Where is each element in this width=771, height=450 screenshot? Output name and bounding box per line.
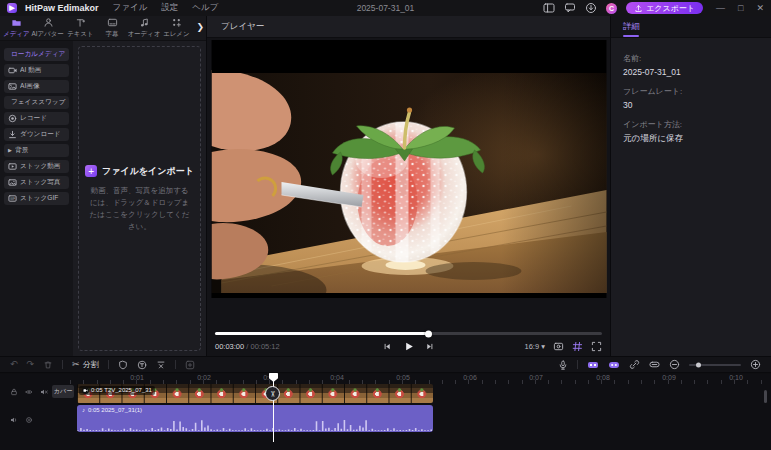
ai-image-icon [8, 82, 17, 91]
tab-audio[interactable]: オーディオ [128, 17, 160, 39]
field-import-method-label: インポート方法: [623, 119, 759, 130]
aspect-ratio-selector[interactable]: 16:9 ▾ [525, 342, 545, 351]
lock-track-icon[interactable] [10, 388, 18, 396]
text-icon [75, 17, 86, 28]
edimakor-window: ▶ HitPaw Edimakor ファイル 設定 ヘルプ 2025-07-31… [0, 0, 771, 450]
timeline-area: 0:01 0:02 0:03 0:04 0:05 0:06 0:07 0:08 … [0, 374, 771, 450]
sidebar-item-stock-video[interactable]: ストック動画 [4, 160, 69, 174]
add-track-button[interactable] [185, 360, 195, 370]
close-button[interactable]: ✕ [756, 3, 764, 13]
ruler-label: 0:01 [130, 374, 144, 381]
sidebar-item-ai-video[interactable]: AI 動画 [4, 64, 69, 78]
auto-ripple-toggle[interactable] [587, 359, 599, 371]
import-dropzone[interactable]: + ファイルをインポート 動画、音声、写真を追加するには、ドラッグ＆ドロップまた… [78, 46, 201, 351]
voiceover-mic-button[interactable] [558, 360, 568, 370]
ruler-label: 0:10 [729, 374, 743, 381]
details-tabbar: 詳細 [611, 16, 771, 38]
maximize-button[interactable]: □ [738, 3, 743, 13]
tab-media[interactable]: メディア [0, 17, 32, 39]
sidebar-item-ai-image[interactable]: AI画像 [4, 80, 69, 94]
export-button[interactable]: エクスポート [626, 2, 703, 14]
menu-settings[interactable]: 設定 [161, 2, 178, 14]
user-avatar[interactable]: C [606, 3, 617, 14]
media-folder-icon [11, 17, 22, 28]
split-button[interactable]: ✂分割 [72, 360, 99, 369]
update-download-icon[interactable] [585, 2, 597, 14]
tab-text[interactable]: テキスト [64, 17, 96, 39]
fit-timeline-button[interactable] [649, 359, 660, 370]
cover-button[interactable]: カバー [52, 385, 74, 398]
marker-button[interactable] [118, 360, 128, 370]
preview-quality-icon[interactable] [553, 341, 564, 352]
tabs-overflow-chevron[interactable]: ❯ [196, 22, 204, 32]
audio-mute-icon[interactable] [10, 416, 18, 424]
record-icon [8, 114, 17, 123]
media-library-panel: メディア AIアバター テキスト 字幕 オーディオ [0, 16, 207, 356]
tab-subtitles[interactable]: 字幕 [96, 17, 128, 39]
menu-file[interactable]: ファイル [113, 2, 148, 14]
timeline-ruler[interactable]: 0:01 0:02 0:03 0:04 0:05 0:06 0:07 0:08 … [0, 374, 771, 384]
video-clip[interactable]: 0:05 T2V_2025_07_31 [77, 384, 433, 403]
feedback-icon[interactable] [564, 2, 576, 14]
redo-button[interactable]: ↷ [27, 360, 35, 369]
divider [62, 360, 63, 369]
divider [577, 360, 578, 369]
sidebar-item-stock-photo[interactable]: ストック写真 [4, 176, 69, 190]
hide-track-icon[interactable] [25, 388, 33, 396]
grid-overlay-icon[interactable] [572, 341, 583, 352]
sidebar-item-face-swap[interactable]: フェイススワップ [4, 96, 69, 110]
player-header: プレイヤー [207, 16, 610, 38]
next-frame-button[interactable] [425, 342, 434, 351]
zoom-slider-handle[interactable] [696, 362, 701, 367]
tab-details[interactable]: 詳細 [611, 16, 652, 37]
gif-icon: GIF [8, 194, 17, 203]
video-camera-icon [82, 387, 89, 394]
audio-settings-icon[interactable] [25, 416, 33, 424]
text-to-speech-button[interactable] [137, 360, 147, 370]
ruler-label: 0:05 [396, 374, 410, 381]
ruler-label: 0:04 [330, 374, 344, 381]
play-button[interactable] [403, 341, 414, 352]
sidebar-item-background[interactable]: ▶ 背景 [4, 144, 69, 158]
previous-frame-button[interactable] [383, 342, 392, 351]
zoom-in-button[interactable] [750, 359, 761, 370]
sidebar-item-stock-gif[interactable]: GIF ストックGIF [4, 192, 69, 206]
split-cursor-indicator[interactable]: ✂ [265, 386, 280, 401]
link-clips-button[interactable] [629, 359, 640, 370]
timeline-zoom-slider[interactable] [689, 364, 741, 366]
zoom-out-button[interactable] [669, 359, 680, 370]
seek-bar[interactable] [215, 332, 602, 335]
logo-glyph: ▶ [9, 4, 14, 12]
chevron-right-icon: ▶ [8, 148, 12, 153]
media-tabs-bar: メディア AIアバター テキスト 字幕 オーディオ [0, 16, 206, 41]
layout-panels-icon[interactable] [543, 2, 555, 14]
project-title: 2025-07-31_01 [357, 3, 415, 13]
divider [108, 360, 109, 369]
details-panel: 詳細 名前: 2025-07-31_01 フレームレート: 30 インポート方法… [611, 16, 771, 356]
tab-ai-avatar[interactable]: AIアバター [32, 17, 64, 39]
timeline-scrollbar[interactable] [764, 390, 767, 403]
subtitle-icon [107, 17, 118, 28]
undo-button[interactable]: ↶ [10, 360, 18, 369]
playhead[interactable] [269, 372, 278, 444]
fullscreen-icon[interactable] [591, 341, 602, 352]
delete-button[interactable] [43, 360, 53, 370]
audio-clip-label: 0:05 2025_07_31(1) [88, 407, 142, 413]
sidebar-item-record[interactable]: レコード [4, 112, 69, 126]
player-viewport [207, 38, 610, 330]
ruler-label: 0:09 [662, 374, 676, 381]
sidebar-item-download[interactable]: ダウンロード [4, 128, 69, 142]
mute-track-icon[interactable] [40, 388, 48, 396]
close-gaps-button[interactable] [156, 360, 166, 370]
audio-clip[interactable]: ♪ 0:05 2025_07_31(1) [77, 405, 433, 432]
keyframe-toggle[interactable] [608, 359, 620, 371]
tab-elements[interactable]: エレメン [160, 17, 192, 39]
field-name-value: 2025-07-31_01 [623, 67, 759, 77]
minimize-button[interactable]: — [716, 3, 725, 13]
menu-help[interactable]: ヘルプ [192, 2, 218, 14]
import-title: ファイルをインポート [102, 165, 194, 178]
field-name-label: 名前: [623, 53, 759, 64]
audio-waveform [77, 419, 433, 431]
seek-handle[interactable] [425, 330, 432, 337]
sidebar-item-local-media[interactable]: ローカルメディア [4, 48, 69, 62]
